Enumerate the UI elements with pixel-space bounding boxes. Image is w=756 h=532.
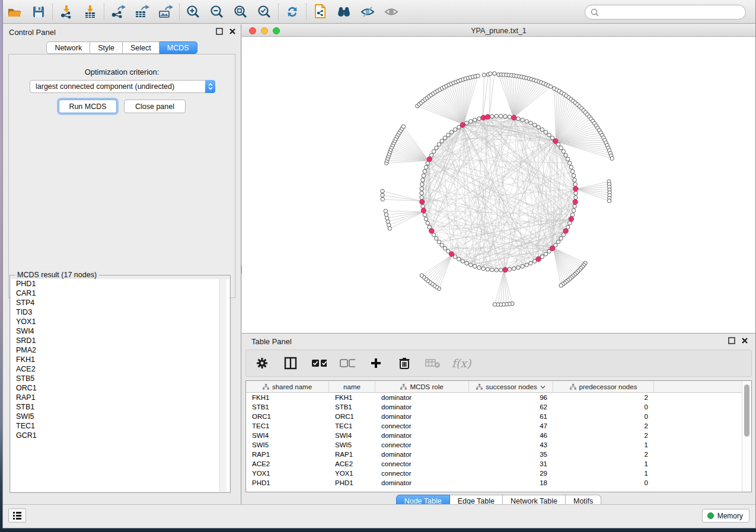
cell-shared_name[interactable]: FKH1 [246,393,329,402]
cell-name[interactable]: FKH1 [329,393,375,402]
cell-shared_name[interactable]: STB1 [246,402,329,412]
column-header-successor-nodes[interactable]: successor nodes [469,381,553,393]
table-row[interactable]: TEC1TEC1connector472 [246,421,742,431]
mcds-result-item[interactable]: SWI5 [11,412,229,421]
cell-predecessor_nodes[interactable]: 0 [553,402,654,412]
add-column-button[interactable] [368,355,384,371]
mcds-result-item[interactable]: RAP1 [11,393,229,402]
network-from-selection-button[interactable] [308,2,332,22]
tab-style[interactable]: Style [90,41,123,54]
zoom-fit-button[interactable] [229,2,253,22]
function-builder-button[interactable]: f(x) [454,355,469,371]
cell-name[interactable]: RAP1 [329,450,375,459]
cell-mcds_role[interactable]: connector [375,440,469,450]
table-row[interactable]: SWI4SWI4dominator462 [246,431,742,440]
mcds-result-item[interactable]: SWI4 [11,326,229,336]
delete-table-button[interactable] [425,355,441,371]
cell-successor_nodes[interactable]: 61 [469,412,553,421]
table-row[interactable]: ACE2ACE2connector311 [246,459,742,469]
cell-name[interactable]: ACE2 [329,459,375,469]
mcds-result-item[interactable]: STB1 [11,402,229,412]
zoom-selected-button[interactable] [253,2,276,22]
first-neighbors-button[interactable] [332,2,356,22]
delete-column-button[interactable] [397,355,412,371]
cell-predecessor_nodes[interactable]: 1 [553,469,654,478]
cell-predecessor_nodes[interactable]: 2 [553,421,654,431]
cell-name[interactable]: SWI5 [329,440,375,450]
network-search-box[interactable] [585,5,746,20]
cell-mcds_role[interactable]: dominator [375,412,469,421]
zoom-in-button[interactable] [181,2,205,22]
cell-predecessor_nodes[interactable]: 1 [553,440,654,450]
cell-successor_nodes[interactable]: 46 [469,431,553,440]
table-row[interactable]: PHD1PHD1dominator180 [246,478,742,488]
table-scrollbar-thumb[interactable] [744,384,749,437]
cell-predecessor_nodes[interactable]: 2 [553,393,654,402]
export-image-button[interactable] [154,2,177,22]
cell-shared_name[interactable]: RAP1 [246,450,329,459]
cell-shared_name[interactable]: ORC1 [246,412,329,421]
cell-predecessor_nodes[interactable]: 2 [553,431,654,440]
mcds-result-item[interactable]: TID3 [11,307,229,317]
mcds-result-item[interactable]: CAR1 [11,289,229,298]
cell-predecessor_nodes[interactable]: 0 [553,478,654,488]
export-network-button[interactable] [106,2,130,22]
cell-mcds_role[interactable]: dominator [375,431,469,440]
mcds-result-item[interactable]: PHD1 [11,279,229,289]
cell-successor_nodes[interactable]: 18 [469,478,553,488]
mcds-result-item[interactable]: ACE2 [11,364,229,374]
split-columns-button[interactable] [283,355,298,371]
network-canvas[interactable] [242,37,755,333]
tab-network[interactable]: Network [46,41,90,54]
close-table-panel-icon[interactable] [741,337,748,344]
apply-layout-button[interactable] [280,2,304,22]
cell-successor_nodes[interactable]: 29 [469,469,553,478]
table-row[interactable]: STB1STB1dominator620 [246,402,742,412]
cell-shared_name[interactable]: PHD1 [246,478,329,488]
cell-successor_nodes[interactable]: 62 [469,402,553,412]
close-panel-icon[interactable] [229,28,236,35]
cell-name[interactable]: PHD1 [329,478,375,488]
close-panel-button[interactable]: Close panel [124,100,186,113]
mcds-list-scrollbar[interactable] [219,279,227,492]
run-mcds-button[interactable]: Run MCDS [59,100,117,113]
criterion-dropdown[interactable]: largest connected component (undirected) [30,80,215,93]
cell-shared_name[interactable]: YOX1 [246,469,329,478]
show-panel-list-button[interactable] [8,508,26,523]
column-header-predecessor-nodes[interactable]: predecessor nodes [553,381,654,393]
cell-successor_nodes[interactable]: 31 [469,459,553,469]
cell-name[interactable]: STB1 [329,402,375,412]
import-network-button[interactable] [55,2,78,22]
network-graph[interactable] [242,37,756,333]
table-scrollbar[interactable] [742,381,751,492]
import-table-button[interactable] [78,2,102,22]
deselect-all-button[interactable] [340,355,355,371]
cell-mcds_role[interactable]: dominator [375,402,469,412]
mcds-result-item[interactable]: PMA2 [11,345,229,355]
select-all-button[interactable] [311,355,327,371]
cell-name[interactable]: SWI4 [329,431,375,440]
cell-successor_nodes[interactable]: 35 [469,450,553,459]
memory-button[interactable]: Memory [702,509,749,523]
cell-shared_name[interactable]: SWI5 [246,440,329,450]
network-window-titlebar[interactable]: YPA_prune.txt_1 [242,24,755,37]
tab-select[interactable]: Select [123,41,160,54]
float-panel-icon[interactable] [216,28,223,35]
mcds-result-item[interactable]: STB5 [11,374,229,383]
cell-successor_nodes[interactable]: 43 [469,440,553,450]
mcds-result-item[interactable]: SRD1 [11,336,229,345]
cell-successor_nodes[interactable]: 96 [469,393,553,402]
show-all-button[interactable] [379,2,403,22]
cell-predecessor_nodes[interactable]: 2 [553,450,654,459]
tab-mcds[interactable]: MCDS [160,41,197,54]
cell-shared_name[interactable]: SWI4 [246,431,329,440]
cell-shared_name[interactable]: ACE2 [246,459,329,469]
cell-name[interactable]: TEC1 [329,421,375,431]
open-session-button[interactable] [3,2,27,22]
hide-selected-button[interactable] [356,2,379,22]
cell-shared_name[interactable]: TEC1 [246,421,329,431]
mcds-result-item[interactable]: TEC1 [11,421,229,431]
table-row[interactable]: YOX1YOX1connector291 [246,469,742,478]
mcds-result-list[interactable]: PHD1CAR1STP4TID3YOX1SWI4SRD1PMA2FKH1ACE2… [11,279,229,492]
cell-mcds_role[interactable]: connector [375,469,469,478]
